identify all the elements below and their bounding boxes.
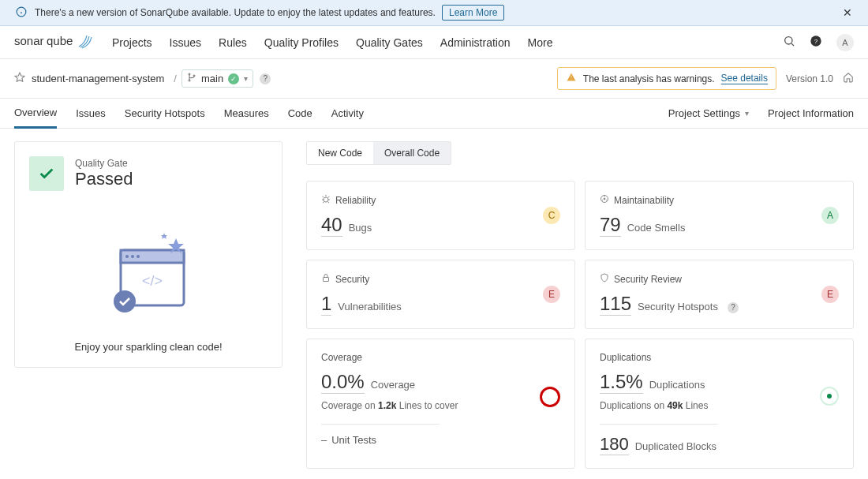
hotspots-label: Security Hotspots [638,301,718,312]
card-coverage: Coverage 0.0% Coverage Coverage on 1.2k … [306,339,575,469]
home-icon[interactable] [843,72,854,85]
user-avatar[interactable]: A [836,34,854,51]
coverage-label: Coverage [371,379,415,391]
unit-tests-row: – Unit Tests [321,434,560,446]
unit-tests-label: Unit Tests [331,434,376,446]
svg-line-27 [606,200,608,201]
reliability-title: Reliability [335,195,376,206]
favorite-star-icon[interactable] [14,72,25,85]
security-title: Security [335,274,369,285]
quality-gate-label: Quality Gate [75,158,133,169]
tab-overview[interactable]: Overview [14,99,57,129]
banner-text: There's a new version of SonarQube avail… [35,7,436,18]
branch-icon [187,73,196,84]
tab-issues[interactable]: Issues [76,99,106,127]
code-scope-tabs: New Code Overall Code [306,141,451,165]
tab-new-code[interactable]: New Code [307,142,373,164]
security-review-title: Security Review [614,274,682,285]
tab-code[interactable]: Code [288,99,312,127]
security-rating[interactable]: E [543,286,560,303]
svg-marker-9 [15,73,24,81]
nav-administration[interactable]: Administration [440,36,511,49]
tab-activity[interactable]: Activity [331,99,364,127]
see-details-link[interactable]: See details [721,73,768,84]
hotspots-count[interactable]: 115 [600,293,631,316]
svg-point-5 [785,37,792,44]
nav-projects[interactable]: Projects [112,36,152,49]
bugs-count[interactable]: 40 [321,214,342,237]
svg-point-15 [125,255,129,258]
close-icon[interactable]: ✕ [843,6,852,19]
branch-name: main [201,73,223,84]
code-smell-icon [600,194,609,206]
coverage-donut-icon [540,387,560,407]
bugs-label: Bugs [349,222,372,234]
coverage-lines: Coverage on 1.2k Lines to cover [321,400,560,411]
svg-line-6 [791,43,794,46]
main-header: sonarqube Projects Issues Rules Quality … [0,26,868,59]
card-security: Security 1 Vulnerabilities E [306,260,575,329]
svg-point-11 [189,80,190,81]
hotspots-help-icon[interactable]: ? [728,302,739,313]
project-version: Version 1.0 [786,73,833,84]
branch-status-icon: ✓ [228,73,239,84]
duplications-title: Duplications [600,352,651,363]
quality-gate-status: Passed [75,169,133,189]
project-subheader: student-management-system / main ✓ ▾ ? T… [0,59,868,99]
warning-text: The last analysis has warnings. [583,73,715,84]
nav-rules[interactable]: Rules [219,36,247,49]
card-security-review: Security Review 115 Security Hotspots ? … [585,260,854,329]
sonarqube-logo[interactable]: sonarqube [14,32,93,52]
nav-quality-profiles[interactable]: Quality Profiles [264,36,339,49]
svg-point-17 [137,255,140,258]
coverage-title: Coverage [321,352,362,363]
metrics-panel: New Code Overall Code Reliability 40 Bug… [306,141,854,469]
update-banner: There's a new version of SonarQube avail… [0,0,868,26]
coverage-value[interactable]: 0.0% [321,371,365,394]
branch-help-icon[interactable]: ? [260,73,271,84]
learn-more-button[interactable]: Learn More [442,5,504,21]
svg-point-22 [324,197,328,202]
breadcrumb-separator: / [174,73,177,84]
duplicated-blocks-label: Duplicated Blocks [635,440,716,452]
svg-marker-21 [161,233,167,239]
svg-point-24 [604,198,605,200]
project-name[interactable]: student-management-system [32,73,164,84]
nav-quality-gates[interactable]: Quality Gates [356,36,423,49]
project-settings-label: Project Settings [668,107,740,119]
duplications-value[interactable]: 1.5% [600,371,643,394]
svg-rect-28 [324,278,329,282]
project-settings-dropdown[interactable]: Project Settings ▾ [668,107,749,119]
main-nav: Projects Issues Rules Quality Profiles Q… [112,36,552,49]
chevron-down-icon: ▾ [244,74,248,83]
tab-measures[interactable]: Measures [224,99,269,127]
branch-selector[interactable]: main ✓ ▾ [181,69,253,88]
reliability-rating[interactable]: C [543,207,560,224]
svg-text:qube: qube [47,34,73,47]
warning-icon [566,72,577,85]
divider [321,424,440,425]
tab-security-hotspots[interactable]: Security Hotspots [125,99,205,127]
svg-point-16 [131,255,134,258]
maintainability-rating[interactable]: A [821,207,839,224]
svg-rect-14 [121,250,184,263]
svg-point-12 [193,75,195,77]
tab-overall-code[interactable]: Overall Code [373,142,451,164]
duplications-donut-icon [820,387,839,406]
nav-issues[interactable]: Issues [170,36,201,49]
search-icon[interactable] [783,35,795,50]
card-reliability: Reliability 40 Bugs C [306,181,575,250]
quality-gate-panel: Quality Gate Passed </> Enjoy your spark… [14,141,282,368]
nav-more[interactable]: More [528,36,553,49]
code-smells-count[interactable]: 79 [600,214,621,237]
duplications-label: Duplications [649,379,705,391]
card-duplications: Duplications 1.5% Duplications Duplicati… [585,339,854,469]
vulnerabilities-count[interactable]: 1 [321,293,331,316]
maintainability-title: Maintainability [614,195,674,206]
security-review-rating[interactable]: E [821,286,839,303]
card-maintainability: Maintainability 79 Code Smells A [585,181,854,250]
duplicated-blocks-count[interactable]: 180 [600,434,629,455]
project-information-link[interactable]: Project Information [768,107,854,119]
help-icon[interactable]: ? [810,35,822,50]
clean-code-caption: Enjoy your sparkling clean code! [29,341,268,353]
